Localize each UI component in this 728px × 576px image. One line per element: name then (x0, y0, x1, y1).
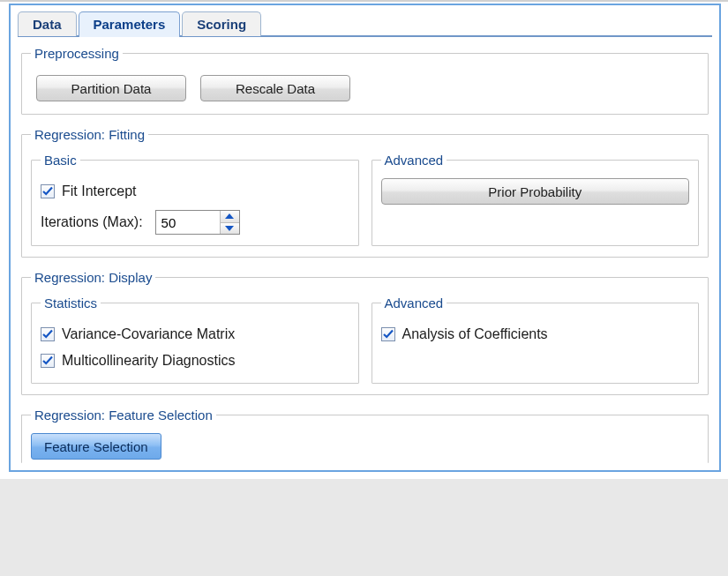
prior-probability-button[interactable]: Prior Probability (381, 178, 690, 205)
outer-wrap: Data Parameters Scoring Preprocessing Pa… (0, 0, 728, 479)
iterations-label: Iterations (Max): (41, 214, 143, 230)
fitting-group: Regression: Fitting Basic Fit Intercept … (21, 127, 709, 258)
preprocessing-buttons: Partition Data Rescale Data (31, 71, 699, 103)
iterations-decrement[interactable] (221, 222, 239, 235)
iterations-spinner (155, 210, 240, 235)
tab-scoring[interactable]: Scoring (182, 11, 261, 36)
feature-selection-button[interactable]: Feature Selection (31, 433, 161, 460)
iterations-row: Iterations (Max): (41, 210, 349, 235)
tab-page-parameters: Preprocessing Partition Data Rescale Dat… (18, 37, 712, 463)
partition-data-button[interactable]: Partition Data (36, 75, 186, 101)
display-legend: Regression: Display (31, 270, 155, 285)
varcov-row: Variance-Covariance Matrix (41, 326, 349, 342)
rescale-data-button[interactable]: Rescale Data (200, 75, 350, 101)
check-icon (383, 329, 394, 340)
iterations-input[interactable] (156, 211, 220, 234)
multi-row: Multicollinearity Diagnostics (41, 353, 349, 369)
check-icon (42, 186, 53, 197)
coef-checkbox[interactable] (381, 327, 395, 341)
fit-intercept-checkbox[interactable] (41, 184, 55, 198)
parameters-panel: Data Parameters Scoring Preprocessing Pa… (9, 4, 721, 472)
display-advanced-group: Advanced Analysis of Coefficients (372, 295, 700, 384)
tab-row: Data Parameters Scoring (18, 11, 712, 36)
coef-row: Analysis of Coefficients (381, 326, 690, 342)
fitting-basic-legend: Basic (41, 153, 80, 168)
feature-selection-group: Regression: Feature Selection Feature Se… (21, 408, 709, 463)
multi-checkbox[interactable] (41, 354, 55, 368)
preprocessing-group: Preprocessing Partition Data Rescale Dat… (21, 46, 709, 115)
feature-selection-legend: Regression: Feature Selection (31, 408, 216, 423)
check-icon (42, 329, 53, 340)
coef-label: Analysis of Coefficients (402, 326, 548, 342)
display-statistics-group: Statistics Variance-Covariance Matrix (31, 295, 359, 384)
multi-label: Multicollinearity Diagnostics (62, 353, 236, 369)
chevron-up-icon (225, 213, 234, 219)
chevron-down-icon (225, 226, 234, 231)
display-statistics-legend: Statistics (41, 295, 101, 310)
fit-intercept-row: Fit Intercept (41, 183, 349, 199)
varcov-checkbox[interactable] (41, 327, 55, 341)
fitting-legend: Regression: Fitting (31, 127, 148, 142)
display-advanced-legend: Advanced (381, 295, 447, 310)
fitting-advanced-group: Advanced Prior Probability (372, 153, 700, 246)
fitting-basic-group: Basic Fit Intercept Iterations (Max): (31, 153, 359, 246)
tab-parameters[interactable]: Parameters (79, 11, 181, 37)
display-group: Regression: Display Statistics Variance-… (21, 270, 709, 395)
iterations-increment[interactable] (221, 211, 239, 222)
fit-intercept-label: Fit Intercept (62, 183, 136, 199)
check-icon (42, 355, 53, 366)
iterations-spin-buttons (220, 211, 239, 234)
fitting-advanced-legend: Advanced (381, 153, 447, 168)
varcov-label: Variance-Covariance Matrix (62, 326, 235, 342)
tab-data[interactable]: Data (18, 11, 77, 36)
preprocessing-legend: Preprocessing (31, 46, 123, 61)
